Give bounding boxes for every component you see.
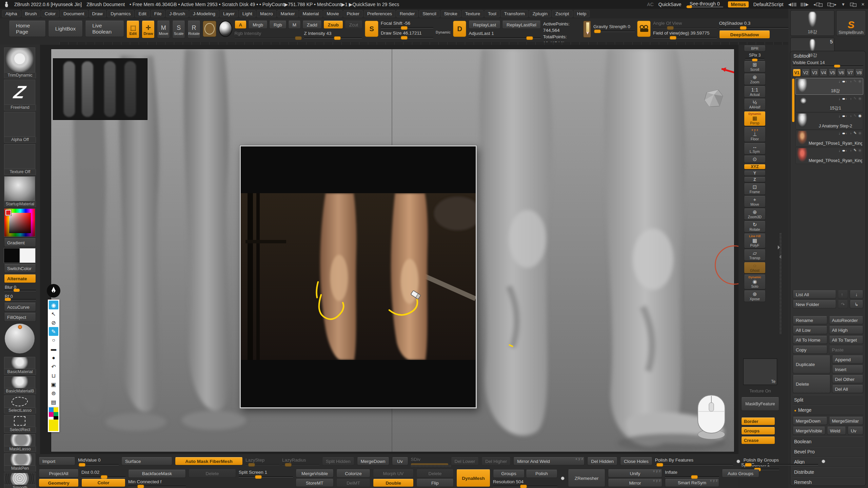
menu-preferences[interactable]: Preferences <box>364 10 395 17</box>
tab-v5[interactable]: V5 <box>828 69 836 77</box>
crease-button[interactable]: Crease <box>741 436 775 444</box>
menu-light[interactable]: Light <box>239 10 256 17</box>
xyz-toggles[interactable]: x y z <box>710 479 718 482</box>
clipboard-icon[interactable]: ▤ <box>49 398 58 406</box>
camera-icon[interactable] <box>637 21 651 37</box>
menu-zplugin[interactable]: Zplugin <box>529 10 551 17</box>
lightbox-button[interactable]: LightBox <box>48 21 83 37</box>
import-button[interactable]: Import <box>39 457 75 465</box>
menu-texture[interactable]: Texture <box>462 10 484 17</box>
surface-button[interactable]: Surface <box>121 457 172 465</box>
restore-button[interactable] <box>850 2 856 7</box>
resolution-slider[interactable]: Resolution 504 <box>493 479 557 487</box>
auto-groups-button[interactable]: Auto Groups <box>722 469 759 477</box>
rotate-z-button[interactable]: Z <box>744 177 766 182</box>
list-all-button[interactable]: List All <box>793 290 836 299</box>
brush-maskpen[interactable]: MaskPen <box>4 453 36 471</box>
edit-button[interactable]: ⬚Edit <box>126 21 139 38</box>
replay-settings-icon[interactable]: D <box>453 21 467 37</box>
redo-icon[interactable]: ↷ <box>838 300 848 308</box>
subtool-header[interactable]: Subtool <box>793 53 863 60</box>
section-merge[interactable]: ●Merge <box>793 405 863 415</box>
minimize-button[interactable]: ▼ <box>841 2 845 7</box>
contrast-icon[interactable]: ◑ <box>850 97 852 101</box>
uv-button-bar[interactable]: Uv <box>392 457 408 465</box>
polypaint-icon[interactable]: ●● <box>842 97 844 101</box>
angle-of-view-slider[interactable]: Angle Of View <box>653 21 717 28</box>
projectall-button[interactable]: ProjectAll <box>39 469 79 477</box>
field-of-view-slider[interactable]: Field of view(deg) 39.59775 <box>653 30 717 38</box>
brush-size-dot-icon[interactable]: ● <box>49 353 58 362</box>
move-into-folder-icon[interactable]: ↳ <box>850 300 863 308</box>
sdiv-slider[interactable]: SDiv <box>411 457 448 466</box>
floor-button[interactable]: x y z ⊥ Floor <box>744 127 766 142</box>
close-button[interactable]: ✕ <box>861 2 865 7</box>
section-remesh[interactable]: Remesh <box>793 477 863 486</box>
polish-features-toggle[interactable] <box>736 460 740 463</box>
shade-icon[interactable]: ◐ <box>846 148 848 152</box>
screenshot-icon[interactable]: ⊚ <box>49 389 58 398</box>
all-to-home-button[interactable]: All To Home <box>793 336 827 344</box>
default-zscript-button[interactable]: DefaultZScript <box>753 2 784 7</box>
backfacemask-button[interactable]: BackfaceMask <box>128 470 186 478</box>
objshadow-slider[interactable]: ObjShadow 0.3 <box>719 21 788 28</box>
menu-draw[interactable]: Draw <box>89 10 106 17</box>
subtool-scrollbar[interactable] <box>792 79 794 122</box>
palette-tool-icon[interactable] <box>49 407 58 417</box>
del-hidden-button[interactable]: Del Hidden <box>587 457 617 465</box>
polypaint-icon[interactable]: ●● <box>842 114 844 118</box>
colorize-button[interactable]: Colorize <box>336 469 370 477</box>
zcut-button[interactable]: Zcut <box>345 21 362 29</box>
list-arrow-icon[interactable]: ↓ <box>839 97 841 101</box>
subtool-item-merged-1[interactable]: ↓ ●● ◐ ◑ ✎ ◉ Merged_TPose1_Ryan_Kingslie… <box>795 130 863 147</box>
smart-resym-button[interactable]: Smart ReSymx y z <box>665 479 719 487</box>
all-to-target-button[interactable]: All To Target <box>829 336 864 344</box>
anchor-a-button[interactable]: A <box>235 21 247 29</box>
auto-mask-fibermesh-button[interactable]: Auto Mask FiberMesh <box>175 457 243 465</box>
rotate-y-button[interactable]: Y <box>744 170 766 176</box>
menus-button[interactable]: Menus <box>728 1 748 7</box>
menu-macro[interactable]: Macro <box>257 10 276 17</box>
lightbox-preview-thumbnail[interactable] <box>53 58 147 120</box>
section-bevel-pro[interactable]: Bevel Pro <box>793 447 863 457</box>
delete2-button[interactable]: Delete <box>416 469 454 477</box>
split-hidden-button[interactable]: Split Hidden <box>322 457 354 465</box>
aahalf-button[interactable]: ½ AAHalf <box>744 99 766 110</box>
subtool-item-merged-2[interactable]: ↓ ●● ◐ ◑ ✎ ◉ Merged_TPose1_Ryan_Kingslie… <box>795 147 863 164</box>
weld-button[interactable]: Weld <box>827 427 846 435</box>
xyz-toggles[interactable]: x y z <box>653 479 661 482</box>
color-swatches-bw[interactable] <box>4 248 36 263</box>
subtool-item-18[interactable]: ↓ ●● ◐ ◑ ✎ ◉ 18강 <box>795 78 863 95</box>
material-picker-button[interactable] <box>219 21 232 37</box>
menu-color[interactable]: Color <box>41 10 59 17</box>
polypaint-icon[interactable]: ●● <box>842 79 844 83</box>
rotate-button[interactable]: RRotate <box>188 21 200 38</box>
close-holes-button[interactable]: Close Holes <box>620 457 652 465</box>
pencil-icon[interactable] <box>583 21 591 38</box>
list-arrow-icon[interactable]: ↓ <box>839 79 841 83</box>
polish-groups-toggle[interactable] <box>822 460 825 463</box>
frame-button[interactable]: ⊡ Frame <box>744 183 766 195</box>
contrast-icon[interactable]: ◑ <box>850 114 852 118</box>
inflate-slider[interactable]: Inflate <box>665 470 719 477</box>
contrast-icon[interactable]: ◑ <box>850 131 852 135</box>
reference-image-overlay[interactable] <box>240 145 477 408</box>
eye-icon[interactable]: ◉ <box>858 114 862 118</box>
scale-button[interactable]: SScale <box>172 21 185 38</box>
brush-smooth[interactable]: Smooth <box>4 473 36 488</box>
paint-icon[interactable]: ✎ <box>853 114 856 118</box>
list-arrow-icon[interactable]: ↓ <box>839 148 841 152</box>
delmt-button[interactable]: DelMT <box>336 479 370 487</box>
focal-shift-slider[interactable]: Focal Shift -56 <box>381 21 433 28</box>
rotate3d-button[interactable]: ↻ Rotate <box>744 221 766 232</box>
border-button[interactable]: Border <box>741 418 775 425</box>
blur-slider[interactable]: Blur 0 <box>4 284 36 292</box>
rgb-button[interactable]: Rgb <box>269 21 287 29</box>
cam-lock-button[interactable]: ⊙ <box>744 156 766 163</box>
tab-v4[interactable]: V4 <box>820 69 828 77</box>
menu-alpha[interactable]: Alpha <box>2 10 21 17</box>
zadd-button[interactable]: Zadd <box>302 21 322 29</box>
tab-v7[interactable]: V7 <box>846 69 854 77</box>
zsub-button[interactable]: Zsub <box>323 21 343 29</box>
menu-material[interactable]: Material <box>299 10 322 17</box>
